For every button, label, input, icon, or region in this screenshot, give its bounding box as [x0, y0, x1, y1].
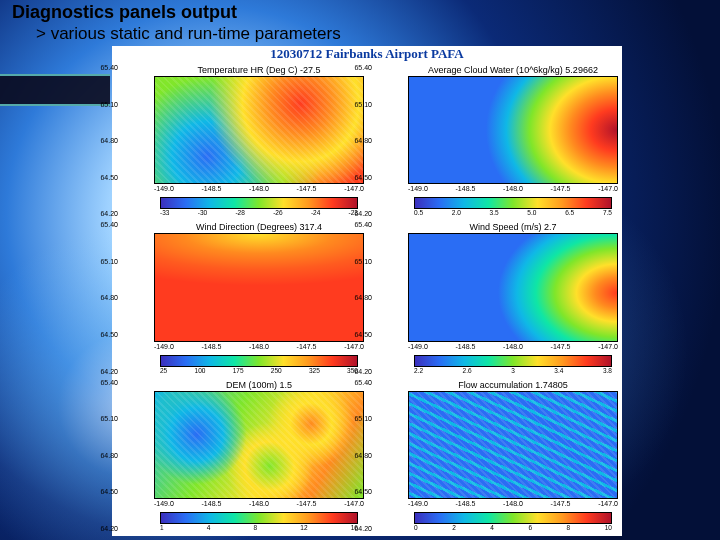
- panel-cloud-water: Average Cloud Water (10^6kg/kg) 5.29662 …: [374, 64, 618, 217]
- tick: -149.0: [154, 499, 174, 508]
- tick: 64.80: [86, 137, 118, 144]
- x-ticks: -149.0 -148.5 -148.0 -147.5 -147.0: [154, 184, 364, 193]
- tick: -148.5: [202, 499, 222, 508]
- colorbar: [414, 197, 612, 209]
- colorbar: [160, 512, 358, 524]
- tick: 65.40: [340, 221, 372, 228]
- tick: 10: [605, 524, 612, 532]
- tick: 65.40: [340, 379, 372, 386]
- tick: 175: [233, 367, 244, 375]
- tick: -149.0: [408, 342, 428, 351]
- tick: 2.0: [452, 209, 461, 217]
- heatmap: [408, 391, 618, 499]
- tick: -149.0: [154, 342, 174, 351]
- tick: 12: [300, 524, 307, 532]
- tick: -148.5: [456, 184, 476, 193]
- x-ticks: -149.0 -148.5 -148.0 -147.5 -147.0: [408, 184, 618, 193]
- tick: -149.0: [408, 499, 428, 508]
- tick: -147.5: [297, 342, 317, 351]
- tick: 2.6: [463, 367, 472, 375]
- tick: 65.40: [86, 64, 118, 71]
- tick: -147.5: [297, 184, 317, 193]
- x-ticks: -149.0 -148.5 -148.0 -147.5 -147.0: [154, 342, 364, 351]
- tick: 64.80: [340, 137, 372, 144]
- tick: 25: [160, 367, 167, 375]
- tick: -147.5: [551, 342, 571, 351]
- tick: -147.5: [551, 184, 571, 193]
- y-ticks: 65.40 65.10 64.80 64.50 64.20: [340, 221, 372, 374]
- panel-title: Wind Speed (m/s) 2.7: [408, 221, 618, 233]
- tick: -28: [235, 209, 244, 217]
- tick: -148.5: [456, 342, 476, 351]
- y-ticks: 65.40 65.10 64.80 64.50 64.20: [86, 64, 118, 217]
- slide-heading: Diagnostics panels output: [12, 2, 237, 23]
- tick: 64.80: [86, 452, 118, 459]
- tick: 64.80: [340, 452, 372, 459]
- colorbar: [414, 355, 612, 367]
- tick: 65.40: [340, 64, 372, 71]
- tick: 4: [207, 524, 211, 532]
- tick: -148.5: [456, 499, 476, 508]
- diagnostics-figure: 12030712 Fairbanks Airport PAFA Temperat…: [112, 46, 622, 536]
- tick: 2: [452, 524, 456, 532]
- tick: -148.0: [503, 499, 523, 508]
- tick: 8: [254, 524, 258, 532]
- tick: -148.0: [249, 499, 269, 508]
- tick: 64.20: [340, 525, 372, 532]
- tick: 5.0: [527, 209, 536, 217]
- tick: 64.50: [340, 174, 372, 181]
- tick: 64.80: [340, 294, 372, 301]
- tick: 64.20: [340, 210, 372, 217]
- slide-subheading: > various static and run-time parameters: [36, 24, 341, 44]
- tick: -148.0: [503, 184, 523, 193]
- tick: 64.20: [86, 525, 118, 532]
- panel-title: Wind Direction (Degrees) 317.4: [154, 221, 364, 233]
- panel-flow-accumulation: Flow accumulation 1.74805 65.40 65.10 64…: [374, 379, 618, 532]
- x-ticks: -149.0 -148.5 -148.0 -147.5 -147.0: [408, 499, 618, 508]
- panel-title: Temperature HR (Deg C) -27.5: [154, 64, 364, 76]
- heatmap: [408, 76, 618, 184]
- tick: 64.20: [86, 368, 118, 375]
- panel-dem: DEM (100m) 1.5 65.40 65.10 64.80 64.50 6…: [120, 379, 364, 532]
- heatmap: [154, 76, 364, 184]
- tick: 64.80: [86, 294, 118, 301]
- heatmap: [154, 391, 364, 499]
- tick: 64.20: [340, 368, 372, 375]
- tick: 8: [567, 524, 571, 532]
- tick: 64.20: [86, 210, 118, 217]
- x-ticks: -149.0 -148.5 -148.0 -147.5 -147.0: [408, 342, 618, 351]
- tick: 3: [511, 367, 515, 375]
- tick: 64.50: [86, 174, 118, 181]
- x-ticks: -149.0 -148.5 -148.0 -147.5 -147.0: [154, 499, 364, 508]
- panel-temperature: Temperature HR (Deg C) -27.5 65.40 65.10…: [120, 64, 364, 217]
- tick: -149.0: [408, 184, 428, 193]
- colorbar-ticks: 1 4 8 12 16: [154, 524, 364, 532]
- colorbar-ticks: -33 -30 -28 -26 -24 -23: [154, 209, 364, 217]
- tick: 100: [195, 367, 206, 375]
- y-ticks: 65.40 65.10 64.80 64.50 64.20: [340, 64, 372, 217]
- panel-title: Flow accumulation 1.74805: [408, 379, 618, 391]
- tick: -149.0: [154, 184, 174, 193]
- panel-title: Average Cloud Water (10^6kg/kg) 5.29662: [408, 64, 618, 76]
- panel-wind-direction: Wind Direction (Degrees) 317.4 65.40 65.…: [120, 221, 364, 374]
- tick: 65.10: [340, 101, 372, 108]
- tick: 64.50: [86, 488, 118, 495]
- tick: 65.10: [340, 415, 372, 422]
- tick: 65.10: [340, 258, 372, 265]
- tick: 65.10: [86, 101, 118, 108]
- y-ticks: 65.40 65.10 64.80 64.50 64.20: [86, 221, 118, 374]
- colorbar: [414, 512, 612, 524]
- colorbar-ticks: 0.5 2.0 3.5 5.0 6.5 7.5: [408, 209, 618, 217]
- panel-grid: Temperature HR (Deg C) -27.5 65.40 65.10…: [120, 64, 618, 532]
- tick: -148.0: [249, 342, 269, 351]
- tick: 1: [160, 524, 164, 532]
- tick: 3.5: [490, 209, 499, 217]
- colorbar-ticks: 25 100 175 250 325 350: [154, 367, 364, 375]
- heatmap: [154, 233, 364, 341]
- tick: 0: [414, 524, 418, 532]
- tick: 64.50: [340, 331, 372, 338]
- tick: -30: [198, 209, 207, 217]
- tick: 65.40: [86, 379, 118, 386]
- tick: 0.5: [414, 209, 423, 217]
- figure-title: 12030712 Fairbanks Airport PAFA: [112, 46, 622, 62]
